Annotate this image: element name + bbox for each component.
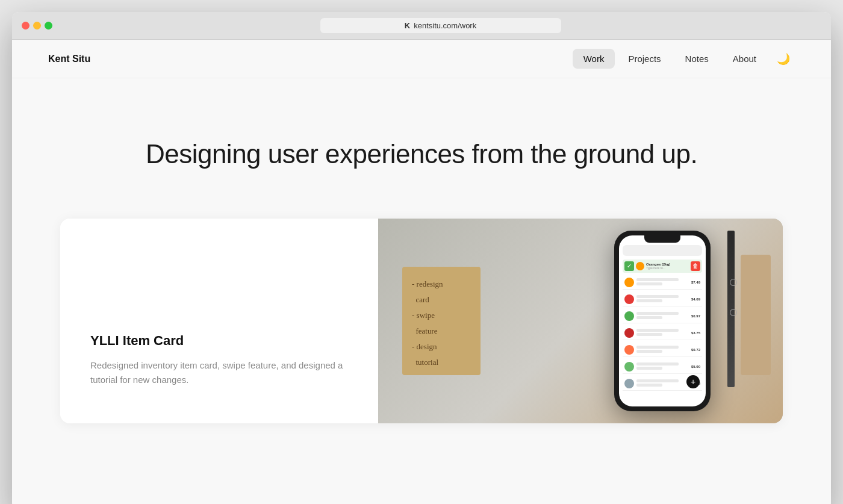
- phone-content: ✓ Oranges (2kg) Type here to... 🗑: [619, 243, 706, 396]
- item-icon-3: [624, 311, 634, 321]
- close-button[interactable]: [22, 22, 30, 30]
- browser-content: Kent Situ Work Projects Notes About 🌙 De…: [12, 40, 831, 504]
- phone-list-item-6: $5.00: [623, 360, 702, 374]
- hole-1: [730, 279, 737, 286]
- item-icon-7: [624, 379, 634, 388]
- item-price-1: $7.49: [691, 281, 700, 284]
- phone-list-item-1: $7.49: [623, 276, 702, 290]
- item-text-7: [636, 379, 689, 388]
- item-price-3: $0.97: [691, 314, 700, 318]
- item-icon-4: [624, 328, 634, 338]
- brand-icon: K: [405, 21, 410, 30]
- delete-icon: 🗑: [691, 261, 700, 271]
- card-description: Redesigned inventory item card, swipe fe…: [90, 358, 348, 387]
- phone-mockup: ✓ Oranges (2kg) Type here to... 🗑: [614, 231, 711, 411]
- hero-title: Designing user experiences from the grou…: [146, 138, 697, 170]
- orange-item-icon: [636, 262, 644, 270]
- card-title: YLLI Item Card: [90, 333, 348, 349]
- item-price-4: $3.75: [691, 331, 700, 335]
- nav-link-about[interactable]: About: [722, 49, 767, 69]
- address-bar[interactable]: K kentsitu.com/work: [320, 18, 561, 33]
- notebook-visual: - redesign card - swipe feature - design…: [402, 267, 481, 375]
- phone-list-item-5: $0.72: [623, 343, 702, 357]
- phone-list-item-4: $3.75: [623, 326, 702, 340]
- theme-toggle-button[interactable]: 🌙: [772, 48, 795, 70]
- phone-screen: ✓ Oranges (2kg) Type here to... 🗑: [619, 235, 706, 406]
- item-text-3: [636, 312, 689, 320]
- item-icon-1: [624, 278, 634, 287]
- maximize-button[interactable]: [45, 22, 52, 30]
- item-price-6: $5.00: [691, 365, 700, 369]
- nav-link-notes[interactable]: Notes: [674, 49, 720, 69]
- minimize-button[interactable]: [33, 22, 41, 30]
- item-icon-6: [624, 362, 634, 372]
- item-icon-5: [624, 345, 634, 355]
- browser-chrome: K kentsitu.com/work: [12, 12, 831, 40]
- phone-search-bar: [623, 245, 702, 256]
- phone-selected-item: ✓ Oranges (2kg) Type here to... 🗑: [623, 260, 702, 273]
- card-image-placeholder: - redesign card - swipe feature - design…: [378, 219, 783, 423]
- navbar: Kent Situ Work Projects Notes About 🌙: [12, 40, 831, 78]
- item-text-6: [636, 362, 689, 371]
- phone-list-item-3: $0.97: [623, 310, 702, 323]
- traffic-lights: [22, 22, 52, 30]
- item-text-4: [636, 329, 689, 337]
- card-image-area: - redesign card - swipe feature - design…: [378, 219, 783, 423]
- hero-section: Designing user experiences from the grou…: [12, 78, 831, 219]
- phone-add-button[interactable]: +: [686, 375, 700, 388]
- nav-link-projects[interactable]: Projects: [617, 49, 671, 69]
- item-price-2: $4.09: [691, 297, 700, 301]
- browser-window: K kentsitu.com/work Kent Situ Work Proje…: [12, 12, 831, 504]
- brown-box-decoration: [741, 255, 771, 375]
- nav-link-work[interactable]: Work: [573, 49, 615, 69]
- item-text-5: [636, 346, 689, 354]
- item-text-1: [636, 278, 689, 287]
- item-icon-2: [624, 294, 634, 304]
- nav-links: Work Projects Notes About 🌙: [573, 48, 795, 70]
- card-section: YLLI Item Card Redesigned inventory item…: [12, 219, 831, 447]
- phone-list-item-2: $4.09: [623, 293, 702, 306]
- hole-2: [730, 309, 737, 316]
- selected-item-text: Oranges (2kg) Type here to...: [646, 263, 689, 270]
- card-left: YLLI Item Card Redesigned inventory item…: [60, 219, 378, 423]
- nav-brand[interactable]: Kent Situ: [48, 54, 90, 64]
- item-text-2: [636, 295, 689, 303]
- check-icon: ✓: [624, 261, 634, 271]
- phone-notch: [644, 235, 680, 243]
- item-price-5: $0.72: [691, 348, 700, 352]
- url-text: kentsitu.com/work: [414, 21, 476, 30]
- project-card: YLLI Item Card Redesigned inventory item…: [60, 219, 783, 423]
